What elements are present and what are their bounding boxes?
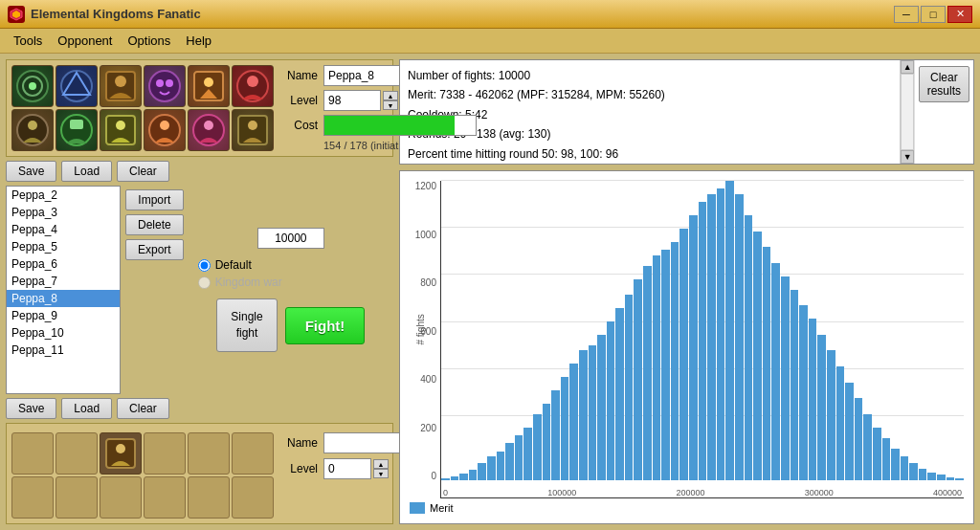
opp-level-up-button[interactable]: ▲ xyxy=(373,459,389,469)
chart-bar[interactable] xyxy=(771,263,780,480)
delete-button[interactable]: Delete xyxy=(125,214,184,235)
chart-bar[interactable] xyxy=(589,345,597,480)
chart-bar[interactable] xyxy=(927,473,936,480)
opp-level-down-button[interactable]: ▼ xyxy=(373,469,389,478)
hero-slot-1[interactable] xyxy=(11,65,54,107)
chart-bar[interactable] xyxy=(597,335,606,480)
chart-bar[interactable] xyxy=(679,229,688,480)
load-button-bottom[interactable]: Load xyxy=(61,398,112,419)
chart-bar[interactable] xyxy=(827,350,835,480)
opp-slot-9[interactable] xyxy=(100,476,142,519)
chart-bar[interactable] xyxy=(901,456,909,480)
level-down-button[interactable]: ▼ xyxy=(383,100,398,110)
opp-slot-11[interactable] xyxy=(188,476,230,519)
opp-slot-4[interactable] xyxy=(144,432,186,475)
list-item[interactable]: Peppa_3 xyxy=(7,204,120,221)
chart-bar[interactable] xyxy=(487,456,496,480)
chart-bar[interactable] xyxy=(515,435,523,480)
chart-bar[interactable] xyxy=(689,215,698,480)
chart-bar[interactable] xyxy=(717,188,725,480)
chart-bar[interactable] xyxy=(845,383,854,480)
chart-bar[interactable] xyxy=(459,474,468,480)
chart-bar[interactable] xyxy=(799,305,808,480)
list-item[interactable]: Peppa_6 xyxy=(7,255,120,273)
chart-bar[interactable] xyxy=(919,469,927,480)
chart-bar[interactable] xyxy=(873,428,881,480)
list-item[interactable]: Peppa_4 xyxy=(7,221,120,238)
chart-bar[interactable] xyxy=(607,321,615,480)
opp-slot-7[interactable] xyxy=(11,476,54,519)
chart-bar[interactable] xyxy=(707,194,716,480)
clear-results-button[interactable]: Clearresults xyxy=(919,66,969,102)
import-button[interactable]: Import xyxy=(125,189,184,210)
chart-bar[interactable] xyxy=(809,319,817,480)
chart-bar[interactable] xyxy=(543,404,551,480)
close-button[interactable]: ✕ xyxy=(947,6,972,23)
radio-kingdom[interactable] xyxy=(198,276,211,289)
menu-item-opponent[interactable]: Opponent xyxy=(50,31,120,51)
radio-default[interactable] xyxy=(198,259,211,272)
hero-slot-12[interactable] xyxy=(232,109,274,151)
opp-name-input[interactable] xyxy=(323,432,410,453)
chart-bar[interactable] xyxy=(615,308,624,480)
hero-slot-10[interactable] xyxy=(144,109,186,151)
chart-bar[interactable] xyxy=(653,255,661,480)
chart-bar[interactable] xyxy=(909,463,918,480)
opp-slot-8[interactable] xyxy=(56,476,98,519)
opp-slot-1[interactable] xyxy=(11,432,54,475)
chart-bar[interactable] xyxy=(735,194,744,480)
opp-level-input[interactable] xyxy=(323,458,371,479)
menu-item-tools[interactable]: Tools xyxy=(6,31,50,51)
list-item[interactable]: Peppa_5 xyxy=(7,238,120,255)
chart-bar[interactable] xyxy=(699,202,707,480)
scroll-down-arrow[interactable]: ▼ xyxy=(901,150,914,164)
chart-bar[interactable] xyxy=(625,295,634,480)
chart-bar[interactable] xyxy=(643,266,652,480)
clear-button-bottom[interactable]: Clear xyxy=(117,398,169,419)
chart-bar[interactable] xyxy=(561,377,569,480)
save-button-top[interactable]: Save xyxy=(6,161,56,182)
list-item[interactable]: Peppa_7 xyxy=(7,273,120,290)
list-item[interactable]: Peppa_9 xyxy=(7,307,120,324)
player-list[interactable]: Peppa_2Peppa_3Peppa_4Peppa_5Peppa_6Peppa… xyxy=(6,186,121,394)
chart-bar[interactable] xyxy=(882,438,891,480)
menu-item-help[interactable]: Help xyxy=(178,31,219,51)
chart-bar[interactable] xyxy=(836,366,845,480)
save-button-bottom[interactable]: Save xyxy=(6,398,56,419)
hero-slot-6[interactable] xyxy=(232,65,274,107)
chart-bar[interactable] xyxy=(753,232,762,480)
hero-slot-8[interactable] xyxy=(56,109,98,151)
chart-bar[interactable] xyxy=(763,247,771,480)
level-input[interactable] xyxy=(323,90,381,111)
opp-slot-3[interactable] xyxy=(100,432,142,475)
chart-bar[interactable] xyxy=(781,276,790,480)
chart-bar[interactable] xyxy=(551,390,560,480)
chart-bar[interactable] xyxy=(745,215,753,480)
chart-bar[interactable] xyxy=(891,449,900,480)
chart-bar[interactable] xyxy=(469,470,478,480)
chart-bar[interactable] xyxy=(579,350,588,480)
opp-slot-10[interactable] xyxy=(144,476,186,519)
hero-slot-3[interactable] xyxy=(100,65,142,107)
hero-slot-4[interactable] xyxy=(144,65,186,107)
hero-slot-9[interactable] xyxy=(100,109,142,151)
maximize-button[interactable]: □ xyxy=(921,6,946,23)
list-item[interactable]: Peppa_2 xyxy=(7,187,120,204)
export-button[interactable]: Export xyxy=(125,239,184,260)
chart-bar[interactable] xyxy=(497,452,505,480)
chart-bar[interactable] xyxy=(661,250,670,480)
chart-bar[interactable] xyxy=(478,463,486,480)
chart-bar[interactable] xyxy=(671,242,679,480)
chart-bar[interactable] xyxy=(533,414,542,480)
single-fight-button[interactable]: Singlefight xyxy=(216,298,277,352)
list-item[interactable]: Peppa_8 xyxy=(7,290,120,307)
hero-slot-5[interactable] xyxy=(188,65,230,107)
menu-item-options[interactable]: Options xyxy=(120,31,178,51)
hero-slot-11[interactable] xyxy=(188,109,230,151)
chart-bar[interactable] xyxy=(863,414,872,480)
chart-bar[interactable] xyxy=(817,335,826,480)
chart-bar[interactable] xyxy=(569,364,578,480)
chart-bar[interactable] xyxy=(634,279,642,481)
list-item[interactable]: Peppa_10 xyxy=(7,324,120,342)
opp-slot-5[interactable] xyxy=(188,432,230,475)
